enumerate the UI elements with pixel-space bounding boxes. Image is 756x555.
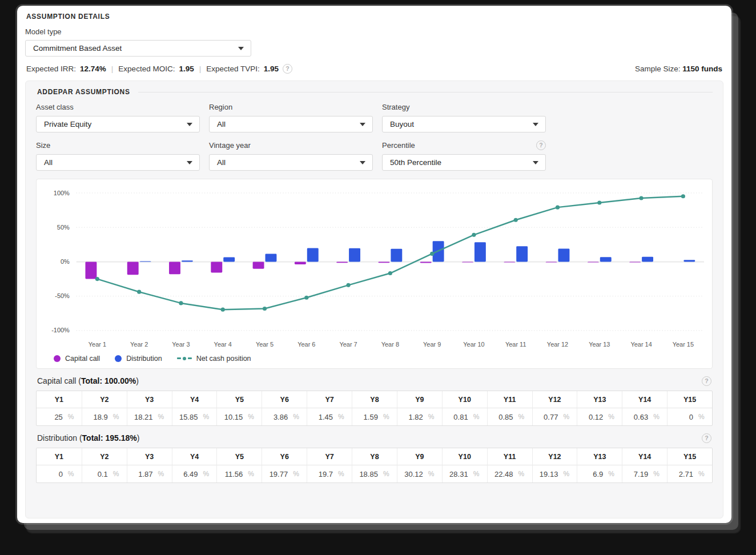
vintage-year-select[interactable]: All [209, 154, 373, 171]
asset-class-select[interactable]: Private Equity [36, 116, 200, 132]
capital-call-help-icon[interactable]: ? [702, 376, 711, 386]
table-value-cell: 1.45% [307, 408, 352, 425]
capital-call-bar [462, 262, 473, 262]
y-tick-label: -100% [51, 327, 70, 333]
size-select[interactable]: All [36, 154, 200, 171]
capital-call-bar [127, 262, 139, 275]
distribution-swatch-icon [115, 355, 122, 362]
table-value-cell: 0% [37, 465, 82, 482]
table-value-cell: 25% [37, 408, 82, 425]
x-tick-label: Year 8 [381, 341, 399, 348]
table-value-cell: 6.9% [577, 465, 622, 482]
table-value-cell: 1.87% [127, 465, 172, 482]
legend-distribution: Distribution [115, 355, 162, 363]
table-value-cell: 19.7% [307, 465, 352, 482]
filter-asset-class: Asset class Private Equity [36, 102, 200, 132]
capital-call-table-title: Capital call (Total: 100.00%) [37, 376, 139, 385]
table-header-cell: Y1 [37, 448, 82, 465]
size-label: Size [36, 141, 50, 150]
x-tick-label: Year 10 [463, 341, 484, 348]
legend-capital-call-label: Capital call [65, 355, 100, 363]
table-header-cell: Y1 [37, 391, 82, 408]
table-header-cell: Y12 [532, 448, 577, 465]
table-header-cell: Y5 [216, 448, 262, 465]
table-header-cell: Y13 [577, 448, 622, 465]
percentile-help-icon[interactable]: ? [536, 140, 546, 150]
capital-call-table: Y1Y2Y3Y4Y5Y6Y7Y8Y9Y10Y11Y12Y13Y14Y1525%1… [36, 391, 713, 426]
capital-call-bar [295, 262, 306, 264]
capital-call-bar [504, 262, 515, 262]
table-value-cell: 30.12% [397, 465, 442, 482]
capital-call-bar [588, 262, 599, 262]
tvpi-label: Expected TVPI: [206, 65, 260, 73]
filter-region: Region All [209, 102, 373, 132]
distribution-bar [223, 258, 235, 262]
net-cash-point [681, 194, 685, 198]
capital-call-bar [420, 262, 432, 263]
table-value-cell: 11.56% [216, 465, 262, 482]
sample-size-value: 1150 funds [682, 65, 722, 73]
table-header-cell: Y7 [307, 448, 352, 465]
sample-size-label: Sample Size: [635, 65, 681, 73]
moic-value: 1.95 [179, 65, 194, 73]
irr-value: 12.74% [80, 65, 106, 73]
capital-call-bar [253, 262, 264, 268]
table-value-cell: 0.85% [487, 408, 532, 425]
assumption-details-card: Assumption details Model type Commitment… [17, 6, 731, 523]
region-select[interactable]: All [209, 116, 373, 132]
capital-call-bar [629, 262, 641, 262]
x-tick-label: Year 7 [339, 341, 357, 348]
table-value-cell: 0.12% [577, 408, 622, 425]
chart-legend: Capital call Distribution Net cash posit… [40, 353, 709, 366]
filter-size: Size All [36, 140, 200, 171]
chevron-down-icon [187, 161, 192, 164]
table-value-cell: 0.77% [532, 408, 577, 425]
strategy-select[interactable]: Buyout [382, 116, 546, 132]
table-header-cell: Y9 [397, 448, 442, 465]
net-cash-point [597, 200, 601, 204]
distribution-bar [182, 260, 193, 262]
net-cash-point [472, 233, 476, 237]
distribution-bar [600, 257, 612, 262]
distribution-table-header: Distribution (Total: 195.18%) ? [36, 433, 713, 443]
table-value-cell: 6.49% [172, 465, 217, 482]
percentile-value: 50th Percentile [390, 158, 441, 167]
table-value-cell: 18.21% [127, 408, 172, 425]
y-tick-label: 50% [57, 224, 70, 231]
model-type-value: Commitment Based Asset [33, 44, 122, 53]
distribution-bar [642, 257, 653, 262]
distribution-help-icon[interactable]: ? [702, 433, 711, 443]
capital-call-table-header: Capital call (Total: 100.00%) ? [36, 376, 713, 386]
stats-help-icon[interactable]: ? [283, 64, 292, 74]
vintage-year-value: All [217, 158, 226, 167]
assumption-filters: Asset class Private Equity Region All St… [36, 102, 713, 171]
asset-class-label: Asset class [36, 103, 74, 111]
distribution-bar [307, 248, 319, 262]
distribution-bar [391, 249, 402, 262]
x-tick-label: Year 5 [256, 341, 274, 348]
cashflow-chart-plot: 100%50%0%-50%-100%Year 1Year 2Year 3Year… [40, 185, 709, 353]
distribution-bar [683, 260, 695, 262]
distribution-table-title: Distribution (Total: 195.18%) [37, 433, 140, 443]
chevron-down-icon [533, 161, 538, 164]
y-tick-label: 0% [61, 258, 70, 265]
model-type-select[interactable]: Commitment Based Asset [25, 40, 251, 57]
percentile-select[interactable]: 50th Percentile [382, 154, 546, 171]
table-value-cell: 7.19% [622, 465, 667, 482]
x-tick-label: Year 13 [589, 341, 610, 348]
table-header-cell: Y2 [82, 391, 127, 408]
net-cash-point [95, 277, 99, 281]
table-header-cell: Y2 [82, 448, 127, 465]
table-header-cell: Y9 [397, 391, 442, 408]
chevron-down-icon [187, 123, 192, 126]
strategy-value: Buyout [390, 120, 414, 128]
distribution-bar [266, 254, 277, 262]
capital-call-bar [378, 262, 389, 263]
net-cash-line-swatch-icon [177, 357, 192, 360]
chevron-down-icon [360, 123, 365, 126]
filter-strategy: Strategy Buyout [382, 102, 546, 132]
net-cash-point [430, 252, 434, 256]
sample-size: Sample Size: 1150 funds [635, 65, 722, 73]
table-value-cell: 28.31% [442, 465, 487, 482]
table-header-cell: Y12 [532, 391, 577, 408]
